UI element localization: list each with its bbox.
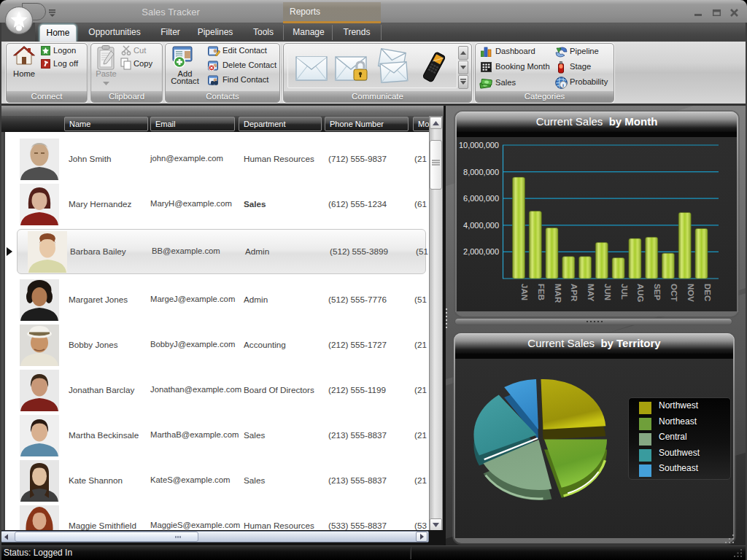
svg-text:10,000,000: 10,000,000 bbox=[459, 141, 499, 149]
svg-text:2,000,000: 2,000,000 bbox=[463, 247, 499, 256]
svg-text:JUN: JUN bbox=[603, 284, 612, 300]
svg-text:APR: APR bbox=[570, 284, 578, 302]
svg-text:8,000,000: 8,000,000 bbox=[463, 168, 499, 176]
svg-text:4,000,000: 4,000,000 bbox=[463, 221, 499, 230]
svg-text:JAN: JAN bbox=[520, 284, 529, 300]
svg-text:MAR: MAR bbox=[554, 284, 562, 303]
svg-text:FEB: FEB bbox=[537, 284, 546, 300]
svg-text:OCT: OCT bbox=[670, 284, 678, 301]
svg-text:i: i bbox=[562, 82, 564, 88]
svg-text:NOV: NOV bbox=[686, 284, 695, 302]
svg-text:AUG: AUG bbox=[636, 284, 645, 303]
svg-text:DEC: DEC bbox=[703, 284, 712, 301]
svg-text:SEP: SEP bbox=[653, 284, 662, 300]
svg-text:MAY: MAY bbox=[587, 284, 595, 302]
svg-text:6,000,000: 6,000,000 bbox=[463, 194, 499, 203]
svg-text:JUL: JUL bbox=[620, 284, 629, 300]
